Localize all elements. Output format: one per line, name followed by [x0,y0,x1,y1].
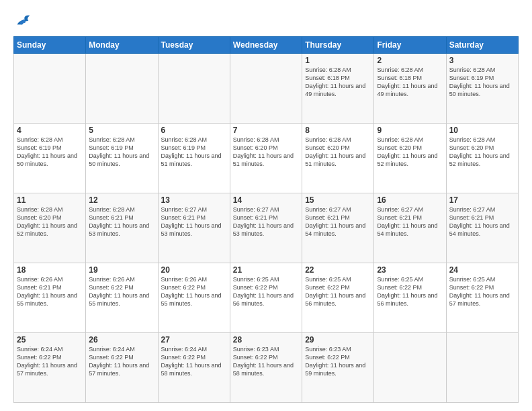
weekday-header-monday: Monday [86,37,158,54]
cell-info-text: Sunrise: 6:28 AM Sunset: 6:18 PM Dayligh… [305,66,371,99]
cell-info-text: Sunrise: 6:27 AM Sunset: 6:21 PM Dayligh… [161,205,227,238]
weekday-header-friday: Friday [374,37,446,54]
cell-day-number: 16 [377,195,443,205]
calendar-cell: 3Sunrise: 6:28 AM Sunset: 6:19 PM Daylig… [446,54,518,124]
cell-info-text: Sunrise: 6:26 AM Sunset: 6:22 PM Dayligh… [89,275,154,308]
weekday-header-tuesday: Tuesday [158,37,230,54]
cell-info-text: Sunrise: 6:25 AM Sunset: 6:22 PM Dayligh… [377,275,443,308]
cell-info-text: Sunrise: 6:28 AM Sunset: 6:19 PM Dayligh… [89,136,154,169]
cell-info-text: Sunrise: 6:25 AM Sunset: 6:22 PM Dayligh… [449,275,515,308]
cell-day-number: 19 [89,265,154,275]
calendar-cell [158,54,230,124]
calendar-cell [86,54,158,124]
calendar-cell: 17Sunrise: 6:27 AM Sunset: 6:21 PM Dayli… [446,193,518,263]
cell-info-text: Sunrise: 6:27 AM Sunset: 6:21 PM Dayligh… [233,205,299,238]
calendar-cell: 12Sunrise: 6:28 AM Sunset: 6:21 PM Dayli… [86,193,158,263]
cell-day-number: 1 [305,56,371,65]
cell-day-number: 13 [161,195,227,205]
cell-info-text: Sunrise: 6:28 AM Sunset: 6:21 PM Dayligh… [89,205,154,238]
calendar-cell [446,333,518,403]
calendar-cell: 6Sunrise: 6:28 AM Sunset: 6:19 PM Daylig… [158,124,230,193]
calendar-week-4: 25Sunrise: 6:24 AM Sunset: 6:22 PM Dayli… [14,333,519,403]
cell-day-number: 12 [89,195,154,205]
cell-day-number: 15 [305,195,371,205]
cell-day-number: 23 [377,265,443,275]
calendar-week-3: 18Sunrise: 6:26 AM Sunset: 6:21 PM Dayli… [14,263,519,333]
cell-day-number: 9 [377,126,443,135]
cell-day-number: 29 [305,335,371,345]
cell-info-text: Sunrise: 6:28 AM Sunset: 6:20 PM Dayligh… [233,136,299,169]
cell-info-text: Sunrise: 6:28 AM Sunset: 6:19 PM Dayligh… [17,136,83,169]
cell-day-number: 5 [89,126,154,135]
weekday-header-saturday: Saturday [446,37,518,54]
calendar-cell: 2Sunrise: 6:28 AM Sunset: 6:18 PM Daylig… [374,54,446,124]
logo-bird-icon [13,11,32,30]
cell-day-number: 26 [89,335,154,345]
cell-info-text: Sunrise: 6:28 AM Sunset: 6:19 PM Dayligh… [161,136,227,169]
cell-info-text: Sunrise: 6:26 AM Sunset: 6:21 PM Dayligh… [17,275,83,308]
calendar-cell: 26Sunrise: 6:24 AM Sunset: 6:22 PM Dayli… [86,333,158,403]
cell-day-number: 17 [449,195,515,205]
cell-info-text: Sunrise: 6:23 AM Sunset: 6:22 PM Dayligh… [305,345,371,378]
cell-info-text: Sunrise: 6:28 AM Sunset: 6:20 PM Dayligh… [17,205,83,238]
cell-day-number: 10 [449,126,515,135]
calendar-cell: 25Sunrise: 6:24 AM Sunset: 6:22 PM Dayli… [14,333,86,403]
calendar-cell: 20Sunrise: 6:26 AM Sunset: 6:22 PM Dayli… [158,263,230,333]
calendar-week-2: 11Sunrise: 6:28 AM Sunset: 6:20 PM Dayli… [14,193,519,263]
cell-info-text: Sunrise: 6:28 AM Sunset: 6:20 PM Dayligh… [377,136,443,169]
cell-info-text: Sunrise: 6:26 AM Sunset: 6:22 PM Dayligh… [161,275,227,308]
cell-info-text: Sunrise: 6:28 AM Sunset: 6:20 PM Dayligh… [305,136,371,169]
cell-info-text: Sunrise: 6:24 AM Sunset: 6:22 PM Dayligh… [161,345,227,378]
weekday-header-sunday: Sunday [14,37,86,54]
calendar-cell: 14Sunrise: 6:27 AM Sunset: 6:21 PM Dayli… [230,193,302,263]
weekday-header-thursday: Thursday [302,37,374,54]
cell-info-text: Sunrise: 6:25 AM Sunset: 6:22 PM Dayligh… [233,275,299,308]
calendar-cell: 21Sunrise: 6:25 AM Sunset: 6:22 PM Dayli… [230,263,302,333]
cell-day-number: 4 [17,126,83,135]
cell-info-text: Sunrise: 6:24 AM Sunset: 6:22 PM Dayligh… [89,345,154,378]
calendar-cell: 23Sunrise: 6:25 AM Sunset: 6:22 PM Dayli… [374,263,446,333]
calendar-cell: 1Sunrise: 6:28 AM Sunset: 6:18 PM Daylig… [302,54,374,124]
calendar-cell: 18Sunrise: 6:26 AM Sunset: 6:21 PM Dayli… [14,263,86,333]
calendar-cell: 5Sunrise: 6:28 AM Sunset: 6:19 PM Daylig… [86,124,158,193]
cell-day-number: 3 [449,56,515,65]
calendar-cell: 27Sunrise: 6:24 AM Sunset: 6:22 PM Dayli… [158,333,230,403]
weekday-header-row: SundayMondayTuesdayWednesdayThursdayFrid… [14,37,519,54]
cell-day-number: 8 [305,126,371,135]
cell-day-number: 2 [377,56,443,65]
calendar-cell: 8Sunrise: 6:28 AM Sunset: 6:20 PM Daylig… [302,124,374,193]
cell-day-number: 18 [17,265,83,275]
calendar-cell: 15Sunrise: 6:27 AM Sunset: 6:21 PM Dayli… [302,193,374,263]
cell-info-text: Sunrise: 6:28 AM Sunset: 6:19 PM Dayligh… [449,66,515,99]
cell-day-number: 27 [161,335,227,345]
cell-info-text: Sunrise: 6:27 AM Sunset: 6:21 PM Dayligh… [449,205,515,238]
header [13,11,519,30]
cell-day-number: 21 [233,265,299,275]
calendar-cell [14,54,86,124]
calendar-cell: 11Sunrise: 6:28 AM Sunset: 6:20 PM Dayli… [14,193,86,263]
calendar-cell: 10Sunrise: 6:28 AM Sunset: 6:20 PM Dayli… [446,124,518,193]
cell-info-text: Sunrise: 6:23 AM Sunset: 6:22 PM Dayligh… [233,345,299,378]
cell-day-number: 22 [305,265,371,275]
calendar-cell: 19Sunrise: 6:26 AM Sunset: 6:22 PM Dayli… [86,263,158,333]
calendar-cell: 13Sunrise: 6:27 AM Sunset: 6:21 PM Dayli… [158,193,230,263]
cell-day-number: 28 [233,335,299,345]
page: SundayMondayTuesdayWednesdayThursdayFrid… [0,0,532,411]
cell-info-text: Sunrise: 6:24 AM Sunset: 6:22 PM Dayligh… [17,345,83,378]
calendar-cell: 28Sunrise: 6:23 AM Sunset: 6:22 PM Dayli… [230,333,302,403]
cell-info-text: Sunrise: 6:27 AM Sunset: 6:21 PM Dayligh… [377,205,443,238]
cell-info-text: Sunrise: 6:28 AM Sunset: 6:18 PM Dayligh… [377,66,443,99]
cell-day-number: 20 [161,265,227,275]
calendar-cell: 22Sunrise: 6:25 AM Sunset: 6:22 PM Dayli… [302,263,374,333]
calendar-cell: 9Sunrise: 6:28 AM Sunset: 6:20 PM Daylig… [374,124,446,193]
calendar-table: SundayMondayTuesdayWednesdayThursdayFrid… [13,36,519,403]
cell-day-number: 7 [233,126,299,135]
cell-info-text: Sunrise: 6:28 AM Sunset: 6:20 PM Dayligh… [449,136,515,169]
cell-day-number: 25 [17,335,83,345]
cell-info-text: Sunrise: 6:25 AM Sunset: 6:22 PM Dayligh… [305,275,371,308]
cell-day-number: 14 [233,195,299,205]
calendar-cell [230,54,302,124]
cell-info-text: Sunrise: 6:27 AM Sunset: 6:21 PM Dayligh… [305,205,371,238]
calendar-cell: 4Sunrise: 6:28 AM Sunset: 6:19 PM Daylig… [14,124,86,193]
cell-day-number: 24 [449,265,515,275]
